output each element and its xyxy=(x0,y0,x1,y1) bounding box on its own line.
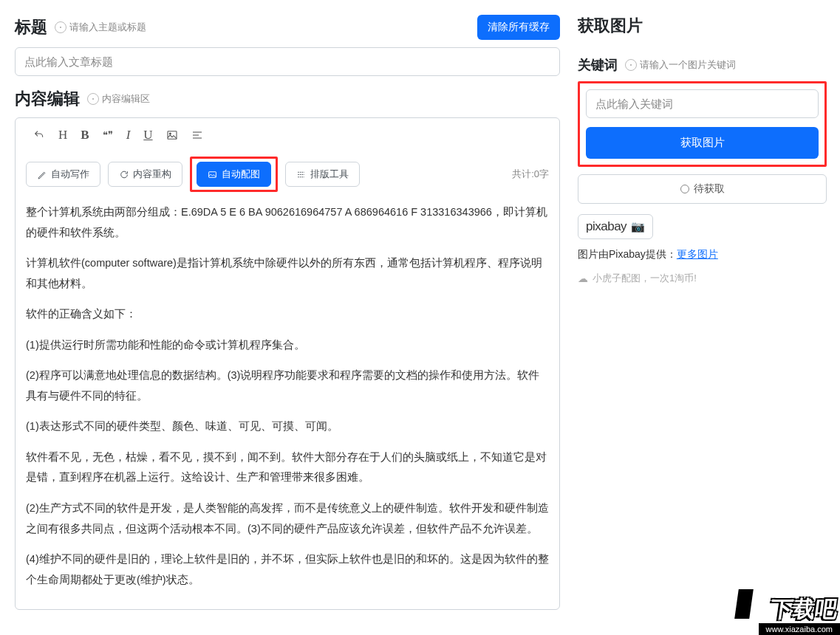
camera-icon: 📷 xyxy=(631,220,645,233)
clear-cache-button[interactable]: 清除所有缓存 xyxy=(477,15,560,40)
content-paragraph: (4)维护不同的硬件是旧的，理论上软件是旧的，并不坏，但实际上软件也是旧的和坏的… xyxy=(26,549,549,590)
fetch-image-title: 获取图片 xyxy=(578,15,643,37)
title-section-hint: 请输入主题或标题 xyxy=(55,21,146,34)
credit-prefix: 图片由Pixabay提供： xyxy=(578,248,677,260)
content-paragraph: 软件的正确含义如下： xyxy=(26,304,549,325)
cloud-icon: ☁ xyxy=(578,272,588,284)
side-highlight: 获取图片 xyxy=(578,81,827,167)
content-paragraph: 整个计算机系统由两部分组成：E.69DA 5 E 6 BA 9062616964… xyxy=(26,202,549,243)
editor-box: H B ❝❞ I U 自动写作 内容重构 xyxy=(15,117,560,610)
more-images-link[interactable]: 更多图片 xyxy=(677,248,718,260)
pixabay-text: pixabay xyxy=(586,219,626,234)
svg-point-1 xyxy=(169,133,171,134)
quote-button[interactable]: ❝❞ xyxy=(103,130,113,140)
rebuild-label: 内容重构 xyxy=(133,168,171,181)
editor-section-label: 内容编辑 xyxy=(15,88,80,110)
bold-button[interactable]: B xyxy=(81,128,89,141)
auto-image-label: 自动配图 xyxy=(222,168,260,181)
title-section-label: 标题 xyxy=(15,16,47,38)
fetch-image-button[interactable]: 获取图片 xyxy=(586,127,819,159)
word-count: 共计:0字 xyxy=(512,168,549,181)
pending-label: 待获取 xyxy=(694,182,725,196)
watermark-url: www.xiazaiba.com xyxy=(759,623,840,635)
content-paragraph: (2)生产方式不同的软件是开发，是人类智能的高发挥，而不是传统意义上的硬件制造。… xyxy=(26,498,549,539)
content-paragraph: (1)表达形式不同的硬件类型、颜色、味道、可见、可摸、可闻。 xyxy=(26,416,549,437)
layout-tool-button[interactable]: 排版工具 xyxy=(285,162,360,187)
circle-icon xyxy=(680,185,689,193)
content-paragraph: 软件看不见，无色，枯燥，看不见，摸不到，闻不到。软件大部分存在于人们的头脑或纸上… xyxy=(26,447,549,488)
auto-write-label: 自动写作 xyxy=(51,168,89,181)
image-icon[interactable] xyxy=(166,129,178,141)
auto-image-highlight: 自动配图 xyxy=(190,157,278,192)
pixabay-badge: pixabay 📷 xyxy=(578,214,653,239)
watermark-text: 下载吧 xyxy=(769,598,839,620)
undo-icon[interactable] xyxy=(33,129,45,141)
editor-content[interactable]: 整个计算机系统由两部分组成：E.69DA 5 E 6 BA 9062616964… xyxy=(26,202,549,590)
rebuild-button[interactable]: 内容重构 xyxy=(108,162,182,187)
align-left-icon[interactable] xyxy=(191,129,203,141)
watermark: 下载吧 www.xiazaiba.com xyxy=(723,577,840,635)
pending-button[interactable]: 待获取 xyxy=(578,174,827,204)
footer-note-text: 小虎子配图，一次1淘币! xyxy=(593,272,697,285)
keyword-hint: 请输入一个图片关键词 xyxy=(625,58,736,72)
italic-button[interactable]: I xyxy=(126,128,131,141)
editor-section-hint: 内容编辑区 xyxy=(87,92,150,106)
heading-button[interactable]: H xyxy=(58,128,67,141)
content-paragraph: 计算机软件(computer software)是指计算机系统中除硬件以外的所有… xyxy=(26,253,549,294)
auto-image-button[interactable]: 自动配图 xyxy=(197,162,271,187)
article-title-input[interactable] xyxy=(15,47,560,76)
auto-write-button[interactable]: 自动写作 xyxy=(26,162,100,187)
content-paragraph: (1)提供运行时所需功能和性能的命令或计算机程序集合。 xyxy=(26,335,549,356)
svg-rect-0 xyxy=(168,131,177,139)
keyword-label: 关键词 xyxy=(578,56,618,74)
svg-rect-5 xyxy=(209,171,216,177)
keyword-input[interactable] xyxy=(586,89,819,118)
content-paragraph: (2)程序可以满意地处理信息的数据结构。(3)说明程序功能要求和程序需要的文档的… xyxy=(26,365,549,406)
underline-button[interactable]: U xyxy=(143,128,152,141)
layout-tool-label: 排版工具 xyxy=(310,168,349,181)
